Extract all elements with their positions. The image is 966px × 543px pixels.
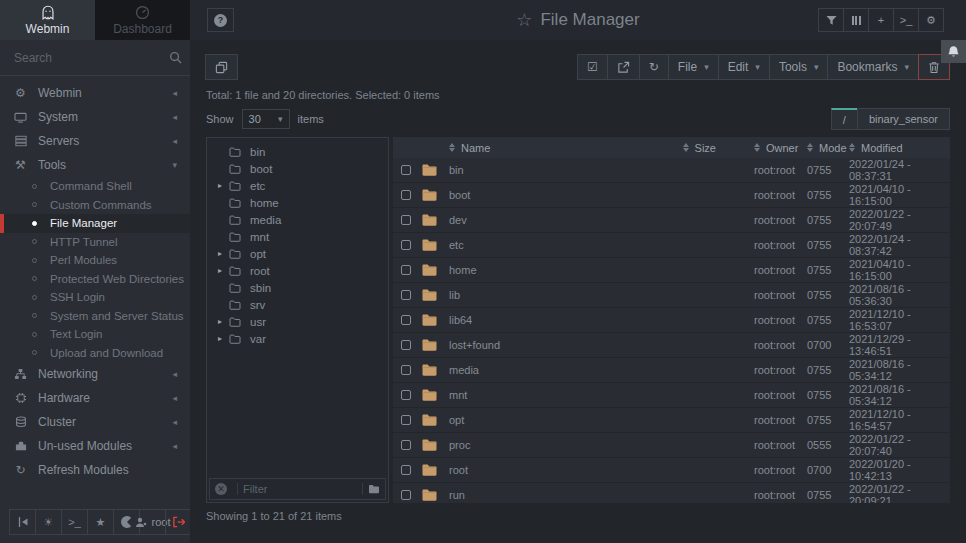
file-name[interactable]: root [449,464,618,476]
table-row[interactable]: proc root:root 0555 2022/01/22 - 20:07:4… [393,433,950,458]
terminal-button[interactable]: >_ [61,509,88,535]
breadcrumb-binary-sensor[interactable]: binary_sensor [857,108,950,130]
new-window-button[interactable] [205,54,238,80]
table-row[interactable]: lib64 root:root 0755 2021/12/10 - 16:53:… [393,308,950,333]
table-row[interactable]: boot root:root 0755 2021/04/10 - 16:15:0… [393,183,950,208]
row-checkbox[interactable] [401,415,411,425]
table-row[interactable]: home root:root 0755 2021/04/10 - 16:15:0… [393,258,950,283]
favorites-star-button[interactable]: ★ [87,509,114,535]
expander-icon[interactable]: ▸ [218,334,229,343]
table-row[interactable]: root root:root 0700 2022/01/20 - 10:42:1… [393,458,950,483]
row-checkbox[interactable] [401,290,411,300]
file-name[interactable]: proc [449,439,618,451]
tree-item-srv[interactable]: srv [207,296,388,313]
tree-filter-input[interactable] [243,483,357,495]
column-header-name[interactable]: Name [449,142,618,154]
file-name[interactable]: home [449,264,618,276]
column-header-mode[interactable]: Mode [798,142,840,154]
expander-icon[interactable]: ▸ [218,266,229,275]
page-size-select[interactable]: 30 ▾ [242,109,290,129]
file-name[interactable]: run [449,489,618,501]
table-row[interactable]: lib root:root 0755 2021/08/16 - 05:36:30 [393,283,950,308]
sidebar-item-cluster[interactable]: Cluster ◂ [0,410,190,434]
tree-item-sbin[interactable]: sbin [207,279,388,296]
tree-item-root[interactable]: ▸ root [207,262,388,279]
sidebar-item-refresh-modules[interactable]: ↻ Refresh Modules [0,458,190,482]
open-in-new-button[interactable] [607,54,640,80]
sidebar-item-networking[interactable]: Networking ◂ [0,362,190,386]
toolbar-menu-file[interactable]: File ▾ [668,54,719,80]
tree-item-usr[interactable]: ▸ usr [207,313,388,330]
sidebar-subitem-perl-modules[interactable]: Perl Modules [0,251,190,270]
table-row[interactable]: bin root:root 0755 2022/01/24 - 08:37:31 [393,158,950,183]
file-name[interactable]: lost+found [449,339,618,351]
row-checkbox[interactable] [401,265,411,275]
settings-button[interactable]: ⚙ [918,8,944,32]
user-button[interactable]: root [139,509,166,535]
row-checkbox[interactable] [401,165,411,175]
folder-icon[interactable] [368,484,380,494]
breadcrumb-root[interactable]: / [831,108,858,130]
sidebar-subitem-ssh-login[interactable]: SSH Login [0,288,190,307]
tab-dashboard[interactable]: Dashboard [95,0,190,40]
search-input[interactable] [14,51,169,65]
tree-item-var[interactable]: ▸ var [207,330,388,347]
row-checkbox[interactable] [401,365,411,375]
row-checkbox[interactable] [401,390,411,400]
theme-sun-button[interactable]: ☀ [35,509,62,535]
favorite-star-icon[interactable]: ☆ [516,9,532,31]
file-name[interactable]: mnt [449,389,618,401]
tree-item-mnt[interactable]: mnt [207,228,388,245]
sidebar-item-hardware[interactable]: Hardware ◂ [0,386,190,410]
column-header-modified[interactable]: Modified [840,142,950,154]
clear-filter-icon[interactable]: ✕ [215,483,227,495]
file-name[interactable]: lib [449,289,618,301]
file-name[interactable]: boot [449,189,618,201]
sidebar-subitem-http-tunnel[interactable]: HTTP Tunnel [0,233,190,252]
tree-item-opt[interactable]: ▸ opt [207,245,388,262]
sidebar-subitem-file-manager[interactable]: File Manager [0,214,190,233]
row-checkbox[interactable] [401,215,411,225]
expander-icon[interactable]: ▸ [218,249,229,258]
row-checkbox[interactable] [401,340,411,350]
add-button[interactable]: + [868,8,894,32]
filter-button[interactable] [818,8,844,32]
sidebar-item-tools[interactable]: ⚒ Tools ▾ [0,153,190,177]
file-name[interactable]: dev [449,214,618,226]
column-header-size[interactable]: Size [618,142,732,154]
sidebar-subitem-command-shell[interactable]: Command Shell [0,177,190,196]
sidebar-item-un-used-modules[interactable]: Un-used Modules ◂ [0,434,190,458]
help-button[interactable]: ? [207,8,234,32]
file-name[interactable]: lib64 [449,314,618,326]
row-checkbox[interactable] [401,240,411,250]
table-row[interactable]: run root:root 0755 2022/01/22 - 20:09:21 [393,483,950,503]
table-row[interactable]: dev root:root 0755 2022/01/22 - 20:07:49 [393,208,950,233]
sidebar-subitem-system-and-server-status[interactable]: System and Server Status [0,307,190,326]
sidebar-subitem-custom-commands[interactable]: Custom Commands [0,196,190,215]
expander-icon[interactable]: ▸ [218,181,229,190]
column-header-owner[interactable]: Owner [732,142,798,154]
table-row[interactable]: etc root:root 0755 2022/01/24 - 08:37:42 [393,233,950,258]
table-row[interactable]: lost+found root:root 0700 2021/12/29 - 1… [393,333,950,358]
row-checkbox[interactable] [401,315,411,325]
row-checkbox[interactable] [401,190,411,200]
logout-button[interactable] [165,509,192,535]
tab-webmin[interactable]: Webmin [0,0,95,40]
file-name[interactable]: opt [449,414,618,426]
table-row[interactable]: media root:root 0755 2021/08/16 - 05:34:… [393,358,950,383]
toolbar-menu-edit[interactable]: Edit ▾ [718,54,770,80]
tree-item-media[interactable]: media [207,211,388,228]
toolbar-menu-bookmarks[interactable]: Bookmarks ▾ [827,54,919,80]
sidebar-item-webmin[interactable]: ⚙ Webmin ◂ [0,81,190,105]
row-checkbox[interactable] [401,490,411,500]
sidebar-item-servers[interactable]: Servers ◂ [0,129,190,153]
table-row[interactable]: opt root:root 0755 2021/12/10 - 16:54:57 [393,408,950,433]
row-checkbox[interactable] [401,440,411,450]
tree-item-boot[interactable]: boot [207,160,388,177]
file-name[interactable]: etc [449,239,618,251]
table-row[interactable]: mnt root:root 0755 2021/08/16 - 05:34:12 [393,383,950,408]
tree-item-etc[interactable]: ▸ etc [207,177,388,194]
columns-button[interactable] [843,8,869,32]
notifications-button[interactable] [941,40,966,63]
file-name[interactable]: media [449,364,618,376]
